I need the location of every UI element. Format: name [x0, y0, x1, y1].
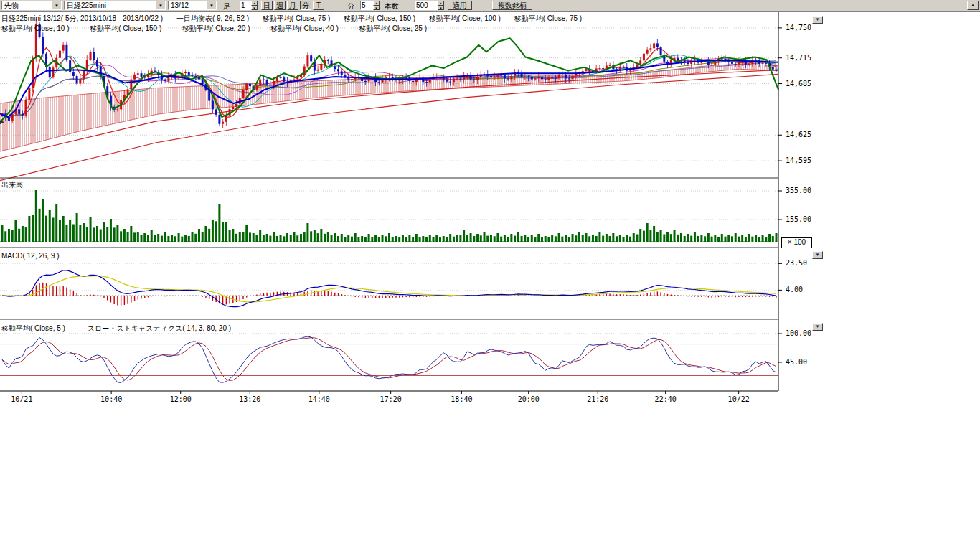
svg-text:22:40: 22:40 — [655, 395, 677, 403]
bars-stepper[interactable] — [415, 1, 445, 10]
contract-month-select[interactable]: 13/12 ▼ — [168, 1, 217, 10]
combo-arrow-icon[interactable]: ▼ — [52, 1, 61, 9]
svg-text:14,715: 14,715 — [786, 54, 811, 62]
instrument-value: 日経225mini — [65, 1, 156, 11]
apply-button[interactable]: 適用 — [448, 1, 472, 10]
chart-canvas[interactable]: 14,75014,71514,68514,62514,595355.00155.… — [0, 11, 832, 411]
svg-text:4.00: 4.00 — [786, 286, 803, 293]
bars-count-label: 本数 — [385, 1, 399, 11]
svg-text:45.00: 45.00 — [786, 358, 807, 366]
toolbar: 先物 ▼ 日経225mini ▼ 13/12 ▼ 足 日 週 月 分 T 分 本… — [0, 0, 980, 12]
instrument-type-value: 先物 — [2, 1, 52, 11]
volume-panel[interactable] — [0, 190, 778, 242]
svg-text:20:00: 20:00 — [518, 395, 540, 403]
volume-multiplier-badge: × 100 — [781, 237, 812, 248]
price-panel[interactable] — [0, 19, 778, 180]
macd-panel-label: MACD( 12, 26, 9 ) — [1, 252, 60, 260]
period-month-button[interactable]: 月 — [287, 1, 298, 10]
svg-text:17:20: 17:20 — [380, 395, 402, 403]
combo-arrow-icon[interactable]: ▼ — [156, 1, 165, 9]
stochastics-panel[interactable] — [0, 334, 778, 382]
right-frame-divider — [824, 0, 824, 413]
svg-text:10/21: 10/21 — [11, 395, 32, 403]
period-tick-button[interactable]: T — [313, 1, 324, 10]
svg-text:21:20: 21:20 — [587, 395, 608, 403]
spin-down-icon[interactable] — [438, 6, 444, 11]
svg-text:14,625: 14,625 — [786, 131, 811, 138]
svg-text:355.00: 355.00 — [786, 187, 811, 194]
svg-text:14,750: 14,750 — [786, 24, 811, 32]
legend-row-1: 日経225mini 13/12( 5分, 2013/10/18 - 2013/1… — [1, 14, 593, 24]
legend-item: 移動平均( Close, 10 ) — [1, 24, 69, 32]
stochastics-panel-menu-button[interactable]: ▼ — [812, 323, 823, 331]
svg-text:12:00: 12:00 — [170, 395, 192, 403]
instrument-select[interactable]: 日経225mini ▼ — [64, 1, 166, 10]
scroll-up-button[interactable]: ▲ — [967, 1, 979, 10]
legend-item: 移動平均( Close, 40 ) — [270, 24, 338, 32]
bars-spin-buttons[interactable] — [438, 1, 444, 10]
minute-input[interactable] — [360, 1, 373, 10]
chart-area[interactable]: 14,75014,71514,68514,62514,595355.00155.… — [0, 11, 832, 411]
svg-text:14:40: 14:40 — [308, 395, 330, 403]
interval-stepper[interactable] — [240, 1, 258, 10]
legend-item: 一目均衡表( 9, 26, 52 ) — [176, 14, 249, 22]
legend-item: 移動平均( Close, 150 ) — [344, 14, 415, 22]
contract-month-value: 13/12 — [169, 1, 207, 9]
minute-stepper[interactable] — [360, 1, 380, 10]
volume-panel-label: 出来高 — [1, 180, 23, 190]
svg-text:18:40: 18:40 — [451, 395, 472, 403]
stoch-ma-label: 移動平均( Close, 5 ) — [1, 324, 65, 332]
legend-item: 移動平均( Close, 25 ) — [359, 24, 427, 32]
legend-item: 移動平均( Close, 75 ) — [263, 14, 330, 22]
macd-panel[interactable] — [0, 263, 778, 306]
svg-text:155.00: 155.00 — [786, 215, 811, 223]
instrument-type-select[interactable]: 先物 ▼ — [1, 1, 62, 10]
stochastics-panel-label: 移動平均( Close, 5 ) スロー・ストキャスティクス( 14, 3, 8… — [1, 324, 251, 334]
svg-text:10:40: 10:40 — [100, 395, 122, 403]
legend-item: 移動平均( Close, 100 ) — [429, 14, 501, 22]
period-minute-button[interactable]: 分 — [300, 1, 311, 10]
combo-arrow-icon[interactable]: ▼ — [207, 1, 216, 9]
svg-text:100.00: 100.00 — [786, 329, 811, 337]
period-week-button[interactable]: 週 — [274, 1, 286, 10]
svg-text:14,595: 14,595 — [786, 156, 811, 164]
legend-item: 移動平均( Close, 75 ) — [514, 14, 582, 22]
price-panel-menu-button[interactable]: ▼ — [812, 16, 823, 24]
bars-input[interactable] — [415, 1, 438, 10]
legend-row-2: 移動平均( Close, 10 ) 移動平均( Close, 150 ) 移動平… — [1, 24, 438, 34]
legend-item: 移動平均( Close, 20 ) — [182, 24, 250, 32]
legend-item: 日経225mini 13/12( 5分, 2013/10/18 - 2013/1… — [1, 14, 163, 22]
spin-down-icon[interactable] — [251, 6, 258, 11]
interval-spin-buttons[interactable] — [251, 1, 258, 10]
stoch-label: スロー・ストキャスティクス( 14, 3, 80, 20 ) — [88, 324, 231, 332]
minute-unit-label: 分 — [347, 1, 354, 11]
spin-down-icon[interactable] — [373, 6, 380, 11]
interval-input[interactable] — [240, 1, 251, 10]
svg-text:14,685: 14,685 — [786, 80, 811, 88]
svg-text:13:20: 13:20 — [239, 395, 260, 403]
svg-text:23.50: 23.50 — [786, 259, 807, 267]
multi-symbol-button[interactable]: 複数銘柄 — [492, 1, 532, 10]
macd-panel-menu-button[interactable]: ▼ — [812, 251, 823, 259]
bar-type-label: 足 — [223, 1, 230, 11]
legend-item: 移動平均( Close, 150 ) — [90, 24, 161, 32]
trading-app: { "icons": { "combo_arrow": "▼", "dropdo… — [0, 0, 980, 551]
svg-text:10/22: 10/22 — [728, 395, 750, 403]
minute-spin-buttons[interactable] — [373, 1, 380, 10]
period-day-button[interactable]: 日 — [261, 1, 273, 10]
